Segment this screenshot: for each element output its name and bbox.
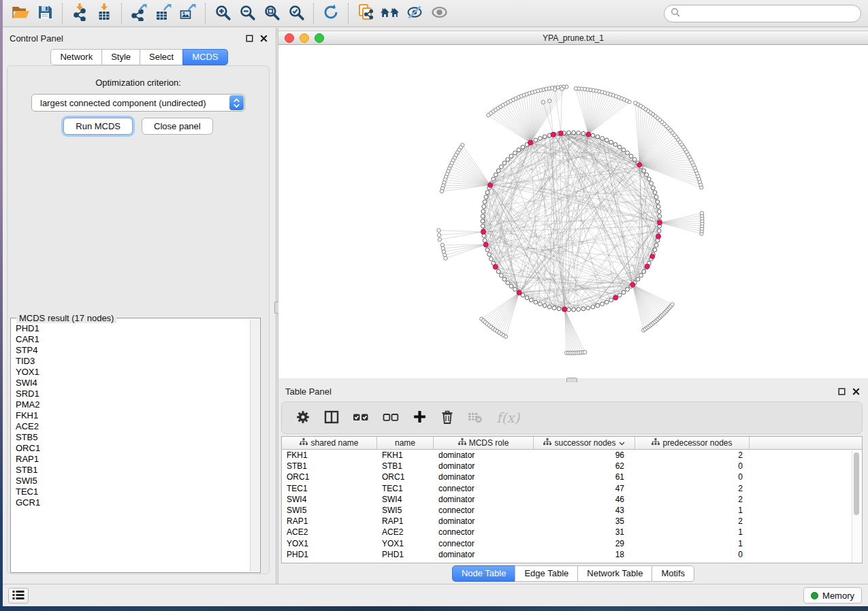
first-neighbors-button[interactable] — [378, 2, 402, 25]
export-table-icon — [155, 3, 172, 23]
mcds-result-item[interactable]: STB1 — [16, 465, 250, 476]
mcds-result-item[interactable]: YOX1 — [16, 367, 250, 378]
table-scrollbar[interactable] — [852, 450, 861, 562]
tab-node-table[interactable]: Node Table — [452, 565, 516, 582]
show-hidden-button — [427, 2, 451, 25]
refresh-button[interactable] — [319, 2, 343, 25]
mcds-result-item[interactable]: GCR1 — [16, 497, 250, 508]
optimization-criterion-dropdown[interactable]: largest connected component (undirected) — [31, 94, 245, 112]
zoom-in-button[interactable] — [210, 2, 235, 25]
table-cell: SWI4 — [282, 495, 377, 504]
float-table-panel-icon[interactable] — [837, 387, 846, 395]
table-row[interactable]: ACE2ACE2connector311 — [282, 527, 862, 538]
split-panel-button[interactable] — [324, 408, 339, 428]
zoom-fit-button[interactable] — [259, 2, 284, 25]
close-panel-button[interactable]: Close panel — [142, 118, 213, 135]
table-row[interactable]: RAP1RAP1dominator352 — [282, 516, 862, 527]
mcds-result-box: MCDS result (17 nodes) PHD1CAR1STP4TID3Y… — [10, 318, 261, 573]
mcds-result-item[interactable]: RAP1 — [16, 454, 250, 465]
memory-button[interactable]: Memory — [803, 587, 862, 604]
export-network-button[interactable] — [127, 2, 151, 25]
table-row[interactable]: STB1STB1dominator620 — [282, 461, 862, 472]
network-graph[interactable] — [278, 45, 868, 378]
tab-style[interactable]: Style — [101, 49, 140, 65]
mcds-result-item[interactable]: SRD1 — [16, 389, 250, 399]
column-header-predecessor-nodes[interactable]: predecessor nodes — [635, 437, 750, 449]
export-image-button[interactable] — [176, 2, 200, 25]
table-cell: 2 — [635, 495, 750, 504]
import-network-button[interactable] — [67, 2, 92, 25]
column-header-successor-nodes[interactable]: successor nodes — [534, 437, 635, 449]
network-canvas[interactable] — [278, 45, 868, 378]
table-row[interactable]: TEC1TEC1connector472 — [282, 483, 862, 494]
tab-network-table[interactable]: Network Table — [577, 565, 652, 582]
hide-selected-button[interactable] — [402, 2, 427, 25]
tab-edge-table[interactable]: Edge Table — [515, 565, 578, 582]
tab-motifs[interactable]: Motifs — [652, 565, 694, 582]
column-header-name[interactable]: name — [377, 437, 434, 449]
zoom-out-button[interactable] — [235, 2, 259, 25]
mcds-result-item[interactable]: CAR1 — [16, 334, 250, 345]
table-row[interactable]: FKH1FKH1dominator962 — [282, 450, 862, 461]
table-cell: SWI5 — [282, 506, 377, 515]
table-row[interactable]: PHD1PHD1dominator180 — [282, 549, 862, 560]
table-cell: 29 — [534, 539, 635, 548]
table-cell: RAP1 — [377, 516, 434, 526]
zoom-out-icon — [239, 4, 256, 23]
mcds-result-item[interactable]: SWI5 — [16, 476, 250, 486]
table-settings-button[interactable] — [295, 408, 310, 428]
open-session-icon — [12, 4, 30, 22]
duplicate-network-button[interactable] — [353, 2, 378, 25]
shared-column-icon — [300, 438, 308, 448]
table-cell: 18 — [534, 550, 635, 559]
save-session-button[interactable] — [33, 2, 57, 25]
table-toolbar: f(x) — [281, 401, 863, 434]
export-image-icon — [179, 3, 197, 23]
mcds-result-item[interactable]: PMA2 — [16, 399, 250, 410]
import-network-icon — [71, 3, 89, 23]
mcds-result-item[interactable]: TEC1 — [16, 486, 250, 497]
table-cell: FKH1 — [377, 450, 434, 460]
search-box[interactable] — [664, 5, 861, 22]
tab-select[interactable]: Select — [140, 49, 183, 65]
main-toolbar — [3, 0, 868, 27]
table-cell: dominator — [434, 472, 534, 482]
mcds-result-item[interactable]: FKH1 — [16, 410, 250, 421]
mcds-result-scrollbar[interactable] — [250, 319, 259, 572]
table-row[interactable]: SWI4SWI4dominator462 — [282, 494, 862, 505]
export-table-button[interactable] — [151, 2, 176, 25]
delete-column-button[interactable] — [440, 408, 454, 428]
mcds-result-item[interactable]: ORC1 — [16, 443, 250, 454]
open-session-button[interactable] — [8, 2, 33, 25]
mcds-result-item[interactable]: SWI4 — [16, 378, 250, 389]
close-table-panel-icon[interactable] — [852, 387, 860, 395]
mcds-result-item[interactable]: TID3 — [16, 356, 250, 367]
mcds-result-list[interactable]: PHD1CAR1STP4TID3YOX1SWI4SRD1PMA2FKH1ACE2… — [12, 320, 250, 572]
show-panels-button[interactable] — [8, 588, 29, 604]
mcds-result-item[interactable]: STP4 — [16, 345, 250, 356]
deselect-all-button[interactable] — [383, 408, 399, 428]
add-column-button[interactable] — [413, 408, 427, 428]
table-header: shared namenameMCDS rolesuccessor nodesp… — [282, 437, 862, 450]
run-mcds-button[interactable]: Run MCDS — [63, 118, 133, 135]
mcds-result-item[interactable]: PHD1 — [16, 323, 250, 334]
column-header-MCDS-role[interactable]: MCDS role — [434, 437, 534, 449]
table-row[interactable]: SWI5SWI5connector431 — [282, 505, 862, 516]
mcds-result-item[interactable]: STB5 — [16, 432, 250, 443]
table-scrollbar-thumb[interactable] — [854, 452, 859, 515]
control-panel-tabs: NetworkStyleSelectMCDS — [3, 49, 276, 65]
table-cell: 1 — [635, 527, 750, 537]
zoom-selected-button[interactable] — [284, 2, 308, 25]
column-header-shared-name[interactable]: shared name — [282, 437, 377, 449]
tab-network[interactable]: Network — [50, 49, 102, 65]
table-row[interactable]: ORC1ORC1dominator610 — [282, 472, 862, 482]
float-window-icon[interactable] — [245, 34, 253, 42]
table-cell: 2 — [635, 450, 750, 460]
close-panel-icon[interactable] — [259, 34, 268, 42]
table-row[interactable]: YOX1YOX1connector291 — [282, 538, 862, 549]
mcds-result-item[interactable]: ACE2 — [16, 421, 250, 432]
select-all-button[interactable] — [353, 408, 369, 428]
import-table-button[interactable] — [92, 2, 116, 25]
search-input[interactable] — [680, 8, 861, 18]
tab-mcds[interactable]: MCDS — [182, 49, 227, 65]
